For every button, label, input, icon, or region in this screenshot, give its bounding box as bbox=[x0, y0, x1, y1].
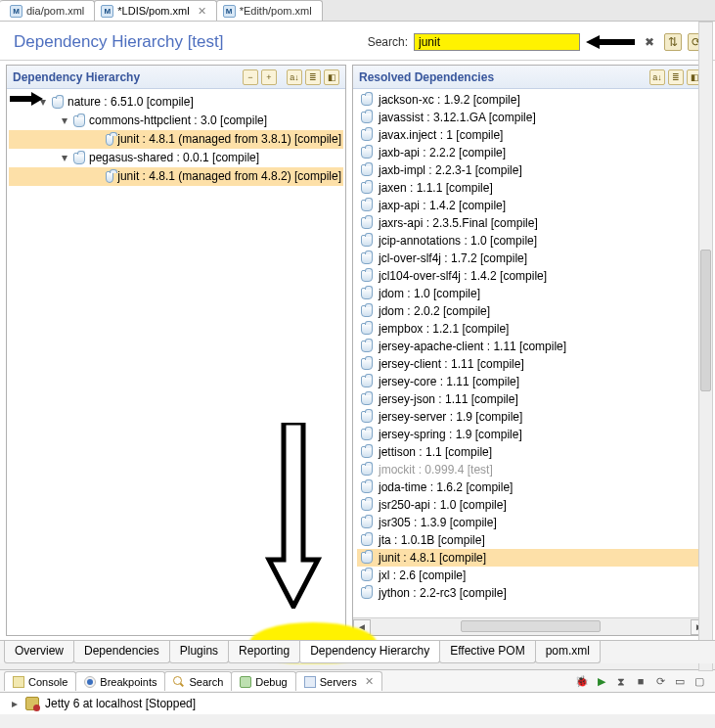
close-icon[interactable]: ✕ bbox=[198, 5, 206, 18]
list-item[interactable]: jackson-xc : 1.9.2 [compile] bbox=[357, 91, 704, 109]
list-item-label: jsr250-api : 1.0 [compile] bbox=[379, 496, 507, 514]
list-item[interactable]: jta : 1.0.1B [compile] bbox=[357, 531, 704, 549]
search-input[interactable] bbox=[414, 33, 580, 51]
horizontal-scrollbar[interactable]: ◄ ► bbox=[353, 617, 708, 635]
editor-tab-1[interactable]: M *LDIS/pom.xml ✕ bbox=[94, 0, 216, 21]
view-tab-servers[interactable]: Servers✕ bbox=[295, 671, 382, 691]
jar-icon bbox=[106, 134, 114, 146]
jar-icon bbox=[361, 288, 373, 299]
minimize-button[interactable]: ▭ bbox=[672, 673, 688, 689]
list-item[interactable]: jaxb-impl : 2.2.3-1 [compile] bbox=[357, 161, 704, 179]
list-item-label: javassist : 3.12.1.GA [compile] bbox=[379, 109, 536, 126]
resolved-dependencies-panel: Resolved Dependencies a↓ ≣ ◧ jackson-xc … bbox=[352, 65, 709, 636]
breakpoint-icon bbox=[84, 676, 96, 688]
list-item[interactable]: jmockit : 0.999.4 [test] bbox=[357, 461, 704, 478]
sort-button[interactable]: a↓ bbox=[287, 69, 302, 85]
tree-node[interactable]: ▾commons-httpclient : 3.0 [compile] bbox=[9, 112, 343, 130]
list-item[interactable]: jcl104-over-slf4j : 1.4.2 [compile] bbox=[357, 267, 704, 285]
list-item[interactable]: jcip-annotations : 1.0 [compile] bbox=[357, 232, 704, 250]
list-item[interactable]: jdom : 2.0.2 [compile] bbox=[357, 302, 704, 320]
list-item[interactable]: jersey-apache-client : 1.11 [compile] bbox=[357, 338, 704, 355]
stop-server-button[interactable]: ■ bbox=[633, 673, 648, 689]
editor-tab-0[interactable]: M dia/pom.xml bbox=[0, 0, 95, 21]
sort-button[interactable]: a↓ bbox=[649, 69, 665, 85]
list-item[interactable]: junit : 4.8.1 [compile] bbox=[357, 549, 704, 567]
list-item[interactable]: jersey-client : 1.11 [compile] bbox=[357, 355, 704, 373]
expand-toggle-icon[interactable]: ▾ bbox=[60, 113, 69, 129]
pom-tab-pom-xml[interactable]: pom.xml bbox=[535, 641, 601, 663]
tree-node[interactable]: junit : 4.8.1 (managed from 4.8.2) [comp… bbox=[9, 167, 343, 186]
list-item[interactable]: joda-time : 1.6.2 [compile] bbox=[357, 478, 704, 496]
server-status-text: Jetty 6 at localhost [Stopped] bbox=[45, 697, 196, 710]
list-item[interactable]: jettison : 1.1 [compile] bbox=[357, 443, 704, 461]
scroll-thumb[interactable] bbox=[700, 250, 711, 392]
list-item-label: jxl : 2.6 [compile] bbox=[379, 567, 466, 584]
jar-icon bbox=[361, 358, 373, 370]
list-item[interactable]: jersey-core : 1.11 [compile] bbox=[357, 373, 704, 390]
profile-button[interactable]: ⧗ bbox=[613, 673, 629, 689]
jar-icon bbox=[361, 112, 373, 123]
list-item-label: jcl-over-slf4j : 1.7.2 [compile] bbox=[379, 250, 527, 267]
list-item[interactable]: jempbox : 1.2.1 [compile] bbox=[357, 320, 704, 338]
view-tab-label: Servers bbox=[320, 676, 357, 688]
start-server-button[interactable]: ▶ bbox=[594, 673, 609, 689]
search-label: Search: bbox=[368, 35, 408, 49]
pom-tab-effective-pom[interactable]: Effective POM bbox=[439, 641, 535, 663]
list-item-label: jaxrs-api : 2.3.5.Final [compile] bbox=[379, 214, 538, 232]
editor-tab-2[interactable]: M *Edith/pom.xml bbox=[216, 0, 323, 21]
list-item[interactable]: javassist : 3.12.1.GA [compile] bbox=[357, 109, 704, 126]
sync-button[interactable]: ⟳ bbox=[652, 673, 668, 689]
decorate-button[interactable]: ◧ bbox=[324, 69, 339, 85]
tree-node[interactable]: junit : 4.8.1 (managed from 3.8.1) [comp… bbox=[9, 130, 343, 149]
expand-all-button[interactable]: + bbox=[261, 69, 277, 85]
list-item[interactable]: javax.inject : 1 [compile] bbox=[357, 126, 704, 144]
list-item-label: javax.inject : 1 [compile] bbox=[379, 126, 503, 144]
filter-button[interactable]: ≣ bbox=[668, 69, 684, 85]
close-icon[interactable]: ✕ bbox=[365, 675, 374, 688]
list-item[interactable]: jsr250-api : 1.0 [compile] bbox=[357, 496, 704, 514]
filter-button[interactable]: ≣ bbox=[305, 69, 321, 85]
vertical-scrollbar[interactable] bbox=[698, 22, 713, 671]
list-item[interactable]: jaxen : 1.1.1 [compile] bbox=[357, 179, 704, 197]
pom-tab-dependencies[interactable]: Dependencies bbox=[73, 641, 170, 663]
list-item-label: junit : 4.8.1 [compile] bbox=[379, 549, 486, 567]
list-item[interactable]: jdom : 1.0 [compile] bbox=[357, 285, 704, 302]
scroll-track[interactable] bbox=[371, 619, 691, 635]
expand-icon[interactable]: ▸ bbox=[10, 697, 20, 710]
list-item[interactable]: jersey-server : 1.9 [compile] bbox=[357, 408, 704, 426]
scroll-thumb[interactable] bbox=[461, 620, 602, 632]
toggle-layout-button[interactable]: ⇅ bbox=[664, 33, 682, 51]
view-tab-bar: ConsoleBreakpointsSearchDebugServers✕ 🐞 … bbox=[0, 669, 715, 693]
resolved-list[interactable]: jackson-xc : 1.9.2 [compile]javassist : … bbox=[353, 89, 708, 617]
list-item[interactable]: jaxp-api : 1.4.2 [compile] bbox=[357, 197, 704, 214]
pom-tab-dependency-hierarchy[interactable]: Dependency Hierarchy bbox=[299, 641, 440, 663]
view-tab-label: Search bbox=[189, 676, 223, 688]
list-item[interactable]: jxl : 2.6 [compile] bbox=[357, 567, 704, 584]
pom-tab-reporting[interactable]: Reporting bbox=[228, 641, 300, 663]
list-item[interactable]: jsr305 : 1.3.9 [compile] bbox=[357, 514, 704, 531]
pom-tab-plugins[interactable]: Plugins bbox=[169, 641, 229, 663]
view-tab-debug[interactable]: Debug bbox=[231, 671, 295, 691]
jar-icon bbox=[361, 305, 373, 317]
publish-button[interactable]: 🐞 bbox=[574, 673, 590, 689]
view-tab-label: Console bbox=[28, 676, 67, 688]
pom-tab-overview[interactable]: Overview bbox=[4, 641, 74, 663]
clear-search-button[interactable]: ✖ bbox=[641, 33, 658, 51]
maximize-button[interactable]: ▢ bbox=[692, 673, 707, 689]
view-tab-search[interactable]: Search bbox=[164, 671, 232, 691]
list-item[interactable]: jaxb-api : 2.2.2 [compile] bbox=[357, 144, 704, 161]
list-item-label: jaxen : 1.1.1 [compile] bbox=[379, 179, 493, 197]
list-item[interactable]: jython : 2.2-rc3 [compile] bbox=[357, 584, 704, 602]
list-item[interactable]: jaxrs-api : 2.3.5.Final [compile] bbox=[357, 214, 704, 232]
list-item-label: jersey-json : 1.11 [compile] bbox=[379, 390, 518, 408]
view-tab-console[interactable]: Console bbox=[4, 671, 76, 691]
tree-node[interactable]: ▾pegasus-shared : 0.0.1 [compile] bbox=[9, 149, 343, 167]
tree-node[interactable]: ▾nature : 6.51.0 [compile] bbox=[9, 93, 343, 112]
list-item[interactable]: jcl-over-slf4j : 1.7.2 [compile] bbox=[357, 250, 704, 267]
list-item[interactable]: jersey-json : 1.11 [compile] bbox=[357, 390, 704, 408]
view-tab-breakpoints[interactable]: Breakpoints bbox=[75, 671, 165, 691]
expand-toggle-icon[interactable]: ▾ bbox=[60, 150, 69, 166]
list-item[interactable]: jersey-spring : 1.9 [compile] bbox=[357, 426, 704, 443]
jar-icon bbox=[361, 94, 373, 106]
collapse-all-button[interactable]: − bbox=[243, 69, 258, 85]
